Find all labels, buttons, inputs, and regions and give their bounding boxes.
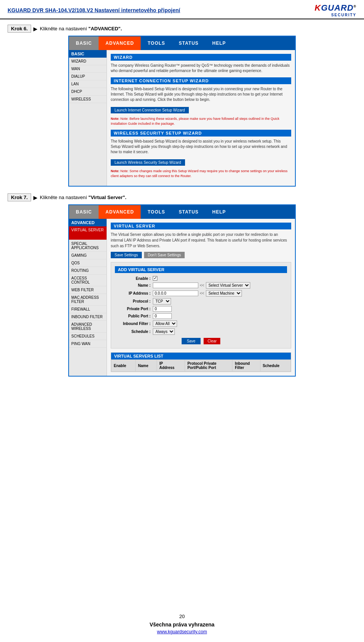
add-vs-section: ADD VIRTUAL SERVER Enable : Name : << Se…	[111, 262, 291, 348]
vs-list-section: VIRTUAL SERVERS LIST Enable Name IPAddre…	[111, 352, 291, 372]
logo-guard: GUARD	[321, 3, 354, 13]
ip-input[interactable]	[153, 290, 198, 296]
sidebar2-special-apps[interactable]: SPECIAL APPLICATIONS	[69, 240, 107, 252]
col-protocol: Protocol PrivatePort/Public Port	[185, 360, 232, 372]
sidebar2-adv-wireless[interactable]: ADVANCED WIRELESS	[69, 321, 107, 333]
save-settings-btn[interactable]: Save Settings	[111, 252, 142, 258]
nav1-status[interactable]: STATUS	[172, 36, 206, 50]
private-port-input[interactable]	[153, 306, 172, 312]
form-row-private-port: Private Port :	[115, 306, 287, 312]
sidebar1-wireless[interactable]: WIRELESS	[69, 96, 107, 103]
sidebar2-routing[interactable]: ROUTING	[69, 267, 107, 275]
sidebar2-inbound-filter[interactable]: INBOUND FILTER	[69, 313, 107, 321]
public-port-input[interactable]	[153, 313, 172, 319]
schedule-select[interactable]: Always	[153, 328, 175, 335]
footer-copyright: Všechna práva vyhrazena	[0, 622, 364, 628]
sidebar1-wan[interactable]: WAN	[69, 65, 107, 73]
wireless-title: WIRELESS SECURITY SETUP WIZARD	[111, 130, 291, 137]
vs-list-table: Enable Name IPAddress Protocol PrivatePo…	[111, 359, 291, 372]
wireless-note: Note: Note: Some changes made using this…	[111, 169, 291, 178]
nav2-basic[interactable]: BASIC	[69, 205, 99, 219]
select-machine[interactable]: Select Machine	[206, 290, 242, 297]
enable-checkbox[interactable]	[153, 276, 157, 281]
red-arrow-indicator: ◀	[73, 232, 77, 238]
dont-save-settings-btn[interactable]: Don't Save Settings	[144, 252, 185, 258]
sidebar2-virtual-server[interactable]: VIRTUAL SERVER ◀	[69, 226, 107, 240]
sidebar2-gaming[interactable]: GAMING	[69, 252, 107, 259]
vs-section-title: VIRTUAL SERVER	[111, 223, 291, 229]
footer-website[interactable]: www.kguardsecurity.com	[0, 629, 364, 634]
router1-sidebar: BASIC WIZARD WAN DIALUP LAN DHCP WIRELES…	[69, 50, 107, 186]
router2-content: ADVANCED VIRTUAL SERVER ◀ SPECIAL APPLIC…	[69, 219, 295, 376]
sidebar1-lan[interactable]: LAN	[69, 80, 107, 88]
wizard-body: The company Wireless Gaming Router™ powe…	[111, 63, 291, 74]
internet-launch-btn[interactable]: Launch Internet Connection Setup Wizard	[111, 107, 189, 113]
vs-list-title: VIRTUAL SERVERS LIST	[111, 353, 291, 359]
sidebar1-dialup[interactable]: DIALUP	[69, 73, 107, 80]
router2-sidebar: ADVANCED VIRTUAL SERVER ◀ SPECIAL APPLIC…	[69, 219, 107, 376]
form-save-btn[interactable]: Save	[182, 338, 201, 344]
router1-content: BASIC WIZARD WAN DIALUP LAN DHCP WIRELES…	[69, 50, 295, 186]
step7-box: Krok 7.	[8, 193, 31, 201]
router2-nav: BASIC ADVANCED TOOLS STATUS HELP	[69, 205, 295, 219]
inbound-filter-select[interactable]: Allow All	[153, 320, 177, 327]
form-row-public-port: Public Port :	[115, 313, 287, 319]
sidebar2-web-filter[interactable]: WEB FILTER	[69, 286, 107, 294]
page-header: KGUARD DVR SHA-104.V2/108.V2 Nastavení i…	[0, 0, 364, 19]
ip-label: IP Address :	[115, 291, 153, 295]
step6-box: Krok 6.	[8, 25, 31, 33]
sidebar1-dhcp[interactable]: DHCP	[69, 88, 107, 96]
form-row-name: Name : << Select Virtual Server	[115, 282, 287, 289]
sidebar2-schedules[interactable]: SCHEDULES	[69, 333, 107, 340]
sidebar2-ping-wan[interactable]: PING WAN	[69, 340, 107, 348]
col-enable: Enable	[111, 360, 136, 372]
col-name: Name	[135, 360, 157, 372]
sidebar2-firewall[interactable]: FIREWALL	[69, 306, 107, 313]
sidebar2-access-control[interactable]: ACCESS CONTROL	[69, 275, 107, 286]
step6-bold: "ADVANCED".	[88, 26, 122, 31]
step6-label: Krok 6. ▶ Klikněte na nastavení "ADVANCE…	[8, 25, 356, 33]
step7-bold: "Virtual Server".	[88, 195, 126, 200]
sidebar2-mac-filter[interactable]: MAC ADDRESS FILTER	[69, 294, 107, 306]
public-port-label: Public Port :	[115, 314, 153, 318]
logo-k: K	[315, 3, 321, 13]
nav2-help[interactable]: HELP	[206, 205, 233, 219]
nav2-status[interactable]: STATUS	[172, 205, 206, 219]
page-footer: 20 Všechna práva vyhrazena www.kguardsec…	[0, 614, 364, 634]
protocol-label: Protocol :	[115, 299, 153, 303]
nav2-tools[interactable]: TOOLS	[141, 205, 172, 219]
col-inbound: InboundFilter	[232, 360, 260, 372]
form-row-ip: IP Address : << Select Machine	[115, 290, 287, 297]
router1-sidebar-header: BASIC	[69, 50, 107, 58]
wireless-section: WIRELESS SECURITY SETUP WIZARD The follo…	[111, 130, 291, 178]
step7-arrow: ▶	[33, 195, 38, 201]
col-ip: IPAddress	[157, 360, 185, 372]
logo-sub: SECURITY	[331, 13, 356, 17]
col-schedule: Schedule	[260, 360, 290, 372]
router1-main: WIZARD The company Wireless Gaming Route…	[107, 50, 295, 186]
nav2-advanced[interactable]: ADVANCED	[99, 205, 141, 219]
name-arrow: <<	[200, 283, 204, 287]
ip-arrow: <<	[200, 291, 204, 295]
sidebar2-qos[interactable]: QOS	[69, 259, 107, 267]
enable-label: Enable :	[115, 276, 153, 281]
form-row-schedule: Schedule : Always	[115, 328, 287, 335]
select-virtual-server[interactable]: Select Virtual Server	[206, 282, 250, 289]
kguard-logo: KGUARD® SECURITY	[315, 3, 356, 17]
router-screenshot-1: BASIC ADVANCED TOOLS STATUS HELP BASIC W…	[68, 36, 296, 187]
nav1-tools[interactable]: TOOLS	[141, 36, 172, 50]
form-clear-btn[interactable]: Clear	[204, 338, 220, 344]
table-header-row: Enable Name IPAddress Protocol PrivatePo…	[111, 360, 291, 372]
name-input[interactable]	[153, 283, 198, 288]
nav1-basic[interactable]: BASIC	[69, 36, 99, 50]
wireless-body: The following Web-based Setup Wizard is …	[111, 139, 291, 155]
logo-reg: ®	[353, 5, 356, 8]
page-title: KGUARD DVR SHA-104.V2/108.V2 Nastavení i…	[8, 7, 180, 13]
internet-title: INTERNET CONNECTION SETUP WIZARD	[111, 77, 291, 84]
step6-text: Klikněte na nastavení "ADVANCED".	[40, 26, 122, 31]
sidebar1-wizard[interactable]: WIZARD	[69, 58, 107, 65]
nav1-advanced[interactable]: ADVANCED	[99, 36, 141, 50]
nav1-help[interactable]: HELP	[206, 36, 233, 50]
protocol-select[interactable]: TCP UDP Both	[153, 298, 171, 305]
wireless-launch-btn[interactable]: Launch Wireless Security Setup Wizard	[111, 159, 185, 166]
